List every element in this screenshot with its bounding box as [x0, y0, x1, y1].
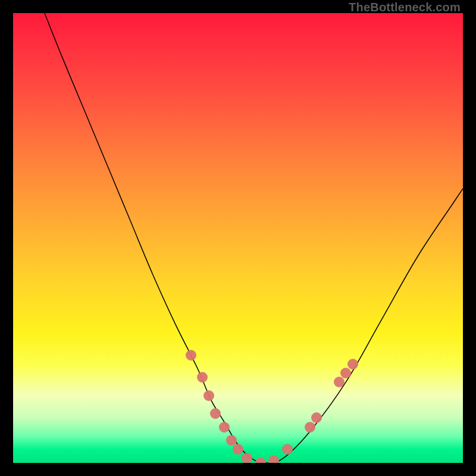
attribution-text: TheBottleneck.com — [349, 1, 461, 14]
data-marker — [340, 368, 351, 378]
data-marker — [347, 359, 358, 369]
data-marker — [282, 444, 293, 455]
data-marker — [233, 444, 243, 455]
data-marker — [210, 408, 221, 419]
data-marker — [197, 372, 208, 383]
data-marker — [242, 453, 252, 463]
data-marker — [334, 377, 345, 387]
data-marker — [311, 412, 322, 423]
curve-svg — [13, 13, 463, 463]
data-marker — [203, 390, 214, 401]
plot-area — [13, 13, 463, 463]
chart-root: TheBottleneck.com — [0, 0, 476, 476]
data-marker — [268, 455, 279, 463]
data-marker — [219, 422, 230, 433]
data-marker — [305, 422, 315, 433]
curve-path — [45, 13, 463, 463]
data-marker — [186, 350, 196, 361]
